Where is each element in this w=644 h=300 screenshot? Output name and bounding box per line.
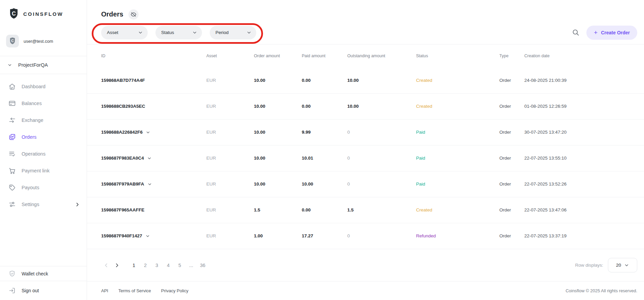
pagination-page-36[interactable]: 36 — [199, 263, 206, 268]
card-icon — [8, 100, 16, 107]
table-row[interactable]: 1598687F965AAFFE EUR 1.5 0.00 1.5 Create… — [87, 197, 644, 223]
table-row[interactable]: 1598687F983EA0C4 EUR 10.00 10.01 0 Paid … — [87, 145, 644, 171]
visibility-toggle[interactable] — [128, 9, 139, 20]
sidebar-item-settings[interactable]: Settings — [0, 196, 87, 213]
chevron-down-icon[interactable] — [147, 156, 152, 161]
main-content: Orders Asset Status Period — [87, 0, 644, 300]
order-amount: 10.00 — [254, 104, 302, 109]
table-row[interactable]: 159868AB7D774A4F EUR 10.00 0.00 10.00 Cr… — [87, 67, 644, 93]
cart-icon — [8, 167, 16, 174]
sliders-icon — [8, 201, 16, 208]
page-header: Orders — [87, 0, 644, 21]
order-type: Order — [499, 207, 524, 212]
filter-period-label: Period — [215, 30, 229, 35]
order-id-cell: 1598687F965AAFFE — [101, 207, 206, 212]
sidebar-item-label: Payment link — [22, 168, 50, 173]
pagination-pages: 12345...36 — [128, 263, 208, 268]
search-icon[interactable] — [572, 29, 580, 36]
order-id: 159868AB7D774A4F — [101, 78, 145, 83]
table-row[interactable]: 1598688CB293A5EC EUR 10.00 0.00 10.00 Cr… — [87, 93, 644, 119]
user-profile[interactable]: C user@test.com — [0, 32, 87, 51]
pagination-page-2[interactable]: 2 — [142, 263, 149, 268]
order-id-cell: 159868AB7D774A4F — [101, 78, 206, 83]
footer-links: APITerms of ServicePrivacy Policy — [101, 288, 188, 293]
column-paid-amount: Paid amount — [302, 54, 347, 58]
sidebar-item-label: Settings — [22, 202, 39, 207]
footer-link-privacy-policy[interactable]: Privacy Policy — [161, 288, 188, 293]
pagination-ellipsis: ... — [187, 263, 195, 268]
chevron-down-icon — [138, 30, 143, 35]
sidebar-item-label: Payouts — [22, 185, 39, 190]
order-asset: EUR — [206, 104, 254, 109]
order-type: Order — [499, 130, 524, 135]
outstanding-amount: 0 — [347, 233, 416, 238]
logout-icon — [8, 287, 16, 294]
filter-asset-dropdown[interactable]: Asset — [101, 26, 148, 39]
chevron-down-icon[interactable] — [147, 182, 152, 187]
filter-period-dropdown[interactable]: Period — [210, 26, 256, 39]
table-header: ID Asset Order amount Paid amount Outsta… — [87, 44, 644, 67]
chevron-down-icon[interactable] — [146, 130, 150, 135]
filter-status-dropdown[interactable]: Status — [155, 26, 202, 39]
creation-date: 24-08-2025 21:00:39 — [524, 78, 637, 83]
sidebar-item-dashboard[interactable]: Dashboard — [0, 78, 87, 95]
project-name: ProjectForQA — [18, 62, 48, 68]
eye-off-icon — [130, 11, 137, 18]
pagination-page-3[interactable]: 3 — [153, 263, 160, 268]
footer-link-terms-of-service[interactable]: Terms of Service — [118, 288, 151, 293]
shield-check-icon — [8, 270, 16, 277]
sidebar-item-operations[interactable]: Operations — [0, 145, 87, 162]
plus-icon: + — [594, 29, 597, 36]
page-title: Orders — [101, 10, 123, 18]
order-id: 1598687F940F1427 — [101, 233, 142, 238]
pagination-next-icon[interactable] — [113, 261, 121, 270]
svg-text:C: C — [12, 10, 16, 16]
table-row[interactable]: 1598687F979AB9FA EUR 10.00 10.00 0 Paid … — [87, 171, 644, 197]
pagination-page-1[interactable]: 1 — [130, 263, 138, 268]
chevron-down-icon[interactable] — [145, 234, 150, 238]
outstanding-amount: 0 — [347, 181, 416, 187]
filter-bar: Asset Status Period — [87, 21, 644, 45]
sidebar-item-payment-link[interactable]: Payment link — [0, 162, 87, 179]
order-id: 1598687F983EA0C4 — [101, 156, 144, 161]
create-order-label: Create Order — [601, 30, 630, 35]
pagination-page-5[interactable]: 5 — [176, 263, 183, 268]
pagination-bar: 12345...36 Row displays: 20 — [87, 249, 644, 281]
create-order-button[interactable]: + Create Order — [586, 26, 637, 40]
sidebar-item-label: Dashboard — [22, 84, 46, 89]
table-row[interactable]: 1598687F940F1427 EUR 1.00 17.27 0 Refund… — [87, 223, 644, 249]
outstanding-amount: 0 — [347, 130, 416, 135]
row-display-label: Row displays: — [575, 263, 603, 268]
paid-amount: 0.00 — [302, 104, 347, 109]
pagination-page-4[interactable]: 4 — [165, 263, 172, 268]
avatar: C — [6, 35, 19, 47]
status-badge: Paid — [416, 156, 499, 161]
project-selector[interactable]: ProjectForQA — [0, 56, 87, 74]
sign-out-button[interactable]: Sign out — [0, 281, 87, 300]
order-asset: EUR — [206, 207, 254, 212]
order-id-cell: 1598688A226842F6 — [101, 130, 206, 135]
paid-amount: 17.27 — [302, 233, 347, 238]
chevron-down-icon — [7, 63, 12, 67]
table-row[interactable]: 1598688A226842F6 EUR 10.00 9.99 0 Paid O… — [87, 119, 644, 145]
sidebar-item-wallet-check[interactable]: Wallet check — [0, 266, 87, 281]
column-outstanding-amount: Outstanding amount — [347, 54, 416, 58]
order-id: 1598688A226842F6 — [101, 130, 143, 135]
sidebar-item-label: Sign out — [22, 288, 39, 293]
paid-amount: 10.00 — [302, 181, 347, 187]
order-id-cell: 1598688CB293A5EC — [101, 104, 206, 109]
column-order-amount: Order amount — [254, 54, 302, 58]
sidebar-item-balances[interactable]: Balances — [0, 95, 87, 112]
chevron-down-icon — [246, 30, 252, 35]
status-badge: Created — [416, 78, 499, 83]
order-id-cell: 1598687F940F1427 — [101, 233, 206, 238]
pagination-prev-icon[interactable] — [102, 261, 111, 270]
footer-link-api[interactable]: API — [101, 288, 108, 293]
order-asset: EUR — [206, 181, 254, 187]
sidebar-item-exchange[interactable]: Exchange — [0, 112, 87, 129]
sidebar-item-payouts[interactable]: Payouts — [0, 179, 87, 196]
order-type: Order — [499, 156, 524, 161]
sidebar-item-orders[interactable]: Orders — [0, 129, 87, 145]
row-display-dropdown[interactable]: 20 — [608, 258, 637, 272]
operations-icon — [8, 150, 16, 158]
